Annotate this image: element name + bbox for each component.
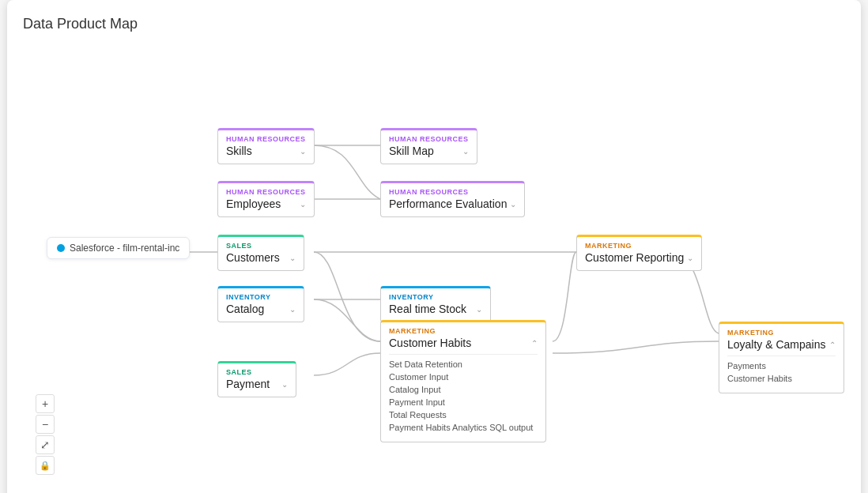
node-catalog-category: INVENTORY <box>226 293 296 301</box>
node-performance-eval[interactable]: HUMAN RESOURCES Performance Evaluation ⌄ <box>380 181 525 217</box>
item-payments[interactable]: Payments <box>727 359 836 372</box>
node-skills-title: Skills <box>226 145 252 157</box>
node-real-time-stock-chevron[interactable]: ⌄ <box>476 305 482 314</box>
salesforce-source[interactable]: Salesforce - film-rental-inc <box>47 237 190 259</box>
zoom-lock-button[interactable]: 🔒 <box>36 456 55 475</box>
node-skill-map-title: Skill Map <box>389 145 434 157</box>
item-set-data-retention[interactable]: Set Data Retention <box>389 358 538 371</box>
node-real-time-stock-category: INVENTORY <box>389 293 482 301</box>
node-real-time-stock-title: Real time Stock <box>389 303 466 315</box>
node-customers-title: Customers <box>226 251 280 264</box>
node-payment-chevron[interactable]: ⌄ <box>281 380 288 389</box>
salesforce-label: Salesforce - film-rental-inc <box>70 243 179 254</box>
node-customer-reporting-title: Customer Reporting <box>585 251 684 264</box>
item-payment-habits[interactable]: Payment Habits Analytics SQL output <box>389 421 538 434</box>
node-payment[interactable]: SALES Payment ⌄ <box>217 361 296 397</box>
node-catalog[interactable]: INVENTORY Catalog ⌄ <box>217 286 304 322</box>
item-payment-input[interactable]: Payment Input <box>389 396 538 408</box>
node-skill-map-category: HUMAN RESOURCES <box>389 135 469 143</box>
node-customer-reporting[interactable]: MARKETING Customer Reporting ⌄ <box>576 235 702 271</box>
node-loyalty-campaigns-items: Payments Customer Habits <box>727 356 836 385</box>
node-loyalty-campaigns-title: Loyalty & Campains <box>727 338 826 351</box>
node-loyalty-campaigns-category: MARKETING <box>727 329 836 337</box>
salesforce-icon <box>57 244 65 252</box>
node-skill-map-chevron[interactable]: ⌄ <box>462 147 469 156</box>
zoom-in-button[interactable]: + <box>36 394 55 413</box>
node-employees-chevron[interactable]: ⌄ <box>300 200 306 209</box>
node-skills[interactable]: HUMAN RESOURCES Skills ⌄ <box>217 128 315 164</box>
node-skills-chevron[interactable]: ⌄ <box>300 147 306 156</box>
node-employees[interactable]: HUMAN RESOURCES Employees ⌄ <box>217 181 315 217</box>
node-payment-category: SALES <box>226 368 288 376</box>
item-catalog-input[interactable]: Catalog Input <box>389 383 538 396</box>
node-loyalty-campaigns-chevron[interactable]: ⌃ <box>829 341 836 349</box>
node-payment-title: Payment <box>226 378 270 390</box>
node-customer-habits-title: Customer Habits <box>389 337 471 349</box>
node-skills-category: HUMAN RESOURCES <box>226 135 306 143</box>
node-customer-habits-chevron[interactable]: ⌃ <box>531 339 538 348</box>
node-employees-title: Employees <box>226 198 281 210</box>
node-employees-category: HUMAN RESOURCES <box>226 188 306 196</box>
node-loyalty-campaigns[interactable]: MARKETING Loyalty & Campains ⌃ Payments … <box>719 322 844 393</box>
zoom-controls: + − ⤢ 🔒 <box>36 394 55 475</box>
node-performance-eval-category: HUMAN RESOURCES <box>389 188 516 196</box>
page-title: Data Product Map <box>23 16 845 32</box>
node-catalog-chevron[interactable]: ⌄ <box>289 305 296 314</box>
node-customer-habits-category: MARKETING <box>389 327 538 335</box>
map-area: Salesforce - film-rental-inc HUMAN RESOU… <box>23 45 845 487</box>
node-customer-habits-items: Set Data Retention Customer Input Catalo… <box>389 354 538 434</box>
node-customers[interactable]: SALES Customers ⌄ <box>217 235 304 271</box>
main-window: Data Product Map <box>7 0 861 493</box>
item-customer-input[interactable]: Customer Input <box>389 371 538 383</box>
item-customer-habits-ref[interactable]: Customer Habits <box>727 372 836 385</box>
node-customers-chevron[interactable]: ⌄ <box>289 254 296 262</box>
node-real-time-stock[interactable]: INVENTORY Real time Stock ⌄ <box>380 286 491 322</box>
node-catalog-title: Catalog <box>226 303 264 315</box>
node-performance-eval-title: Performance Evaluation <box>389 198 507 210</box>
node-performance-eval-chevron[interactable]: ⌄ <box>510 200 516 209</box>
item-total-requests[interactable]: Total Requests <box>389 408 538 421</box>
zoom-fit-button[interactable]: ⤢ <box>36 435 55 454</box>
node-customer-reporting-category: MARKETING <box>585 242 693 250</box>
node-customer-reporting-chevron[interactable]: ⌄ <box>687 254 693 262</box>
node-customer-habits[interactable]: MARKETING Customer Habits ⌃ Set Data Ret… <box>380 320 546 442</box>
node-customers-category: SALES <box>226 242 296 250</box>
zoom-out-button[interactable]: − <box>36 415 55 434</box>
node-skill-map[interactable]: HUMAN RESOURCES Skill Map ⌄ <box>380 128 477 164</box>
